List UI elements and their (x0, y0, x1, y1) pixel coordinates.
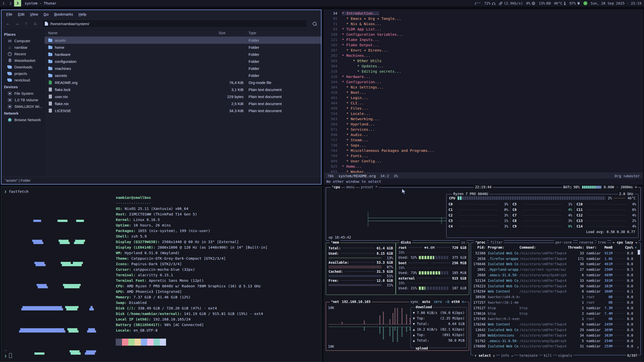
workspace-button[interactable]: 3 (14, 0, 21, 7)
back-button[interactable]: ← (4, 20, 12, 27)
process-row[interactable]: 176000 Isolated Web Co /nix/store/sm8fmr… (471, 344, 640, 349)
path-bar[interactable]: /home/nambiar/system/ (42, 20, 307, 28)
file-row[interactable]: hardware Folder (45, 51, 321, 58)
file-row[interactable]: user.nix 229 bytes Plain text document (45, 93, 321, 100)
org-heading-line[interactable]: 428 * Boot... (324, 90, 643, 95)
sidebar-item[interactable]: SMALLBOX Wi... (2, 103, 44, 110)
org-heading-line[interactable]: 162 * Flake Output... (324, 42, 643, 48)
col-mem[interactable]: MemB (602, 245, 613, 249)
process-row[interactable]: 176646 Isolated Web Co /nix/store/sm8fmr… (471, 261, 640, 267)
menu-item[interactable]: File (4, 11, 15, 17)
terminal-window[interactable]: ❯fastfetch ▗▄▄▄ ▗▄▄▄▄ ▄▄▄▖ ▜███▙ ▜███▙ ▟… (1, 187, 321, 362)
org-heading-line[interactable]: 484 * CLI... (324, 100, 643, 106)
proc-scrollbar[interactable] (638, 250, 640, 255)
menu-item[interactable]: Edit (16, 11, 27, 17)
process-row[interactable]: 2660 .emacs-31.0.50- /nix/store/wnqz5pa8… (471, 272, 640, 278)
org-heading-line[interactable]: 267 * Envrc + Direnv... (324, 48, 643, 53)
org-heading-line[interactable]: 799 * Fonts... (324, 153, 643, 158)
proc-tab[interactable]: ⁴proc (474, 240, 487, 244)
search-button[interactable] (310, 20, 318, 27)
process-row[interactable]: 38936 kworker/u64:6-kc 1 root 0B 0.0 (471, 294, 640, 300)
cpu-tab[interactable]: ¹cpu (331, 185, 341, 189)
org-heading-line[interactable]: 310 * Editing secrets... (324, 69, 643, 74)
file-row[interactable]: assets Folder (45, 37, 321, 44)
col-pid[interactable]: Pid: (472, 245, 486, 249)
file-row[interactable]: home Folder (45, 44, 321, 51)
col-threads[interactable]: Threads: (568, 245, 584, 249)
signals-action[interactable]: signals (557, 353, 573, 357)
process-row[interactable]: 179127 btop btop 2 nambiar 7.3M 0.0 (471, 305, 640, 311)
org-heading-line[interactable]: 303 * Other Utils (324, 58, 643, 63)
org-heading-line[interactable]: 65 * Emacs + Org + Tangle... (324, 16, 643, 21)
process-row[interactable]: 177257 kworker/10:1-mm_ 1 root 0B 0.0 (471, 300, 640, 305)
process-row[interactable]: 178248 Web Content /nix/store/sm8fmrf3wp… (471, 322, 640, 327)
org-heading-line[interactable]: 282 * Machines... (324, 53, 643, 58)
info-action[interactable]: info ↵ (500, 353, 514, 357)
iface-prev[interactable]: ←b (446, 300, 450, 304)
org-heading-line[interactable]: 736 * Sops... (324, 143, 643, 148)
org-heading-line[interactable]: 384 * Nix Settings... (324, 84, 643, 90)
shell-prompt-line[interactable]: ❯ (5, 353, 12, 359)
org-heading-line[interactable]: 698 * Audio... (324, 132, 643, 137)
sidebar-item[interactable]: projects (2, 70, 44, 77)
sidebar-item[interactable]: Wastebasket (2, 57, 44, 64)
sidebar-item[interactable]: Downloads (2, 64, 44, 70)
org-heading-line[interactable]: 717 * Steam... (324, 137, 643, 143)
org-heading-line[interactable]: 109 * Configuration Variables... (324, 32, 643, 37)
process-row[interactable]: 13642 Isolated Web Co /nix/store/sm8fmrf… (471, 327, 640, 333)
process-row[interactable]: 2658 .firefox-wrappe /nix/store/sm8fmrf3… (471, 256, 640, 261)
sidebar-item[interactable]: File System (2, 90, 44, 97)
col-program[interactable]: Program: (488, 245, 519, 249)
org-heading-line[interactable]: 93 * TLDR App List... (324, 26, 643, 32)
process-row[interactable]: 51762 .emacs-31.0.50- /nix/store/wnqz5pa… (471, 338, 640, 344)
column-type[interactable]: Type (246, 31, 321, 35)
process-row[interactable]: 175749 kworker/6:2-even 1 root 0B 0.0 (471, 316, 640, 322)
col-cpu[interactable]: Cpu% (625, 245, 633, 249)
menu-item[interactable]: Help (76, 11, 89, 17)
filter-button[interactable]: filter (489, 240, 504, 244)
net-tab[interactable]: ³net (330, 300, 340, 304)
process-row[interactable]: 3390 WebExtensions /nix/store/sm8fmrf3wp… (471, 333, 640, 338)
net-auto-toggle[interactable]: auto (422, 300, 430, 304)
workspace-button[interactable]: 1 (0, 0, 7, 7)
process-row[interactable]: 178294 Web Content /nix/store/sm8fmrf3wp… (471, 289, 640, 294)
file-row[interactable]: configuration Folder (45, 58, 321, 65)
update-interval[interactable]: - 2000ms + (617, 185, 637, 189)
process-row[interactable]: 176223 Isolated Web Co /nix/store/sm8fmr… (471, 283, 640, 289)
net-zero-toggle[interactable]: zero (434, 300, 442, 304)
memory-tab[interactable]: ²mem (330, 240, 340, 244)
file-row[interactable]: README.org 76,4 KiB Org-mode file (45, 79, 321, 86)
org-heading-line[interactable]: 809 * User Config... (324, 158, 643, 164)
col-command[interactable]: Command: (519, 245, 568, 249)
terminate-action[interactable]: terminate (518, 353, 539, 357)
org-heading-line[interactable]: 344 * Configuration... (324, 79, 643, 84)
org-heading-line[interactable]: 584 * Hyprland... (324, 121, 643, 127)
sidebar-item[interactable]: Computer (2, 38, 44, 44)
per-core-toggle[interactable]: per-core (554, 240, 573, 244)
net-sync-toggle[interactable]: sync (410, 300, 419, 304)
iface-next[interactable]: n→ (462, 300, 466, 304)
sort-selector[interactable]: ← cpu lazy → (611, 240, 638, 244)
sidebar-item[interactable]: nambiar (2, 44, 44, 51)
org-heading-line[interactable]: 461 * Login... (324, 95, 643, 100)
sidebar-item[interactable]: 1,0 TB Volume (2, 97, 44, 103)
select-action[interactable]: ↑ select ↓ (473, 353, 496, 357)
org-heading-line[interactable]: 855 * Waubar... (324, 169, 643, 173)
org-heading-line[interactable]: 563 * Networking... (324, 116, 643, 121)
forward-button[interactable]: → (13, 20, 21, 27)
menu-item[interactable]: Go (41, 11, 51, 17)
file-row[interactable]: secrets Folder (45, 72, 321, 79)
process-row[interactable]: 178616 btop btop 2 nambiar 7.4M 0.0 (471, 311, 640, 316)
org-heading-line[interactable]: 764 * Miscellaneous Packages and Program… (324, 148, 643, 153)
org-heading-line[interactable]: 499 * Files... (324, 106, 643, 111)
sidebar-item[interactable]: Browse Network (2, 117, 44, 123)
org-heading-line[interactable]: 671 * Services... (324, 127, 643, 132)
preset-button[interactable]: preset * (360, 185, 379, 189)
org-heading-line[interactable]: 34 * Introduction... (324, 11, 643, 16)
sidebar-item[interactable]: nextcloud (2, 77, 44, 83)
home-button[interactable]: ⌂ (31, 20, 39, 27)
org-heading-line[interactable]: 121 * Flake Inputs... (324, 37, 643, 42)
org-heading-line[interactable]: 534 * Locale... (324, 111, 643, 116)
process-row[interactable]: 52368 Isolated Web Co /nix/store/sm8fmrf… (471, 250, 640, 256)
column-size[interactable]: Size (216, 31, 246, 35)
